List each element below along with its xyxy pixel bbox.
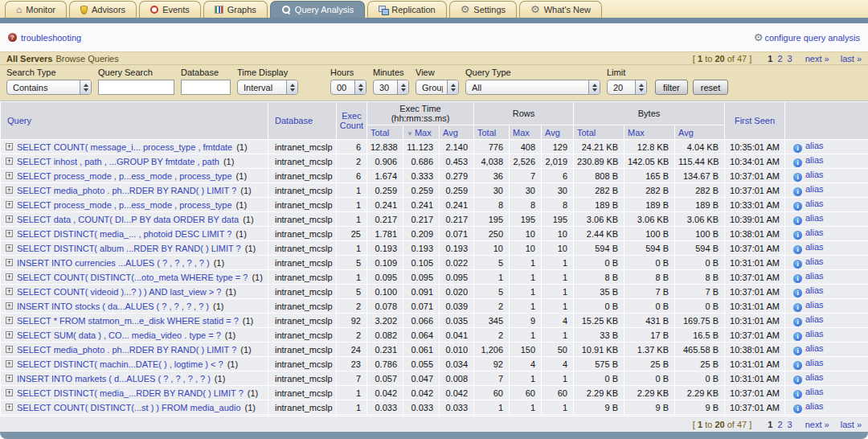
expand-icon[interactable]: + (6, 143, 13, 150)
alias-link[interactable]: alias (805, 285, 824, 295)
alias-link[interactable]: alias (805, 300, 824, 310)
expand-icon[interactable]: + (6, 404, 13, 411)
alias-link[interactable]: alias (805, 314, 824, 324)
expand-icon[interactable]: + (6, 331, 13, 338)
alias-link[interactable]: alias (805, 242, 824, 252)
page-link-2[interactable]: 2 (777, 54, 782, 64)
expand-icon[interactable]: + (6, 158, 13, 165)
alias-link[interactable]: alias (805, 329, 824, 338)
next-page-link[interactable]: next » (805, 54, 829, 64)
column-header-bytes-total[interactable]: Total (574, 125, 624, 140)
search-type-select[interactable]: Contains (6, 80, 92, 95)
expand-icon[interactable]: + (6, 302, 13, 310)
alias-link[interactable]: alias (805, 141, 824, 150)
hours-select[interactable]: 00 (330, 80, 366, 95)
expand-icon[interactable]: + (6, 215, 13, 223)
minutes-select[interactable]: 30 (373, 80, 409, 95)
page-link-2[interactable]: 2 (777, 420, 782, 429)
column-header-query[interactable]: Query (1, 102, 268, 140)
database-input[interactable] (181, 80, 231, 95)
tab-whats-new[interactable]: ⚙ What's New (519, 1, 602, 18)
column-header-bytes-avg[interactable]: Avg (675, 125, 725, 140)
column-header-rows-avg[interactable]: Avg (542, 125, 574, 140)
column-header-first-seen[interactable]: First Seen (725, 102, 785, 140)
alias-link[interactable]: alias (805, 199, 824, 208)
query-link[interactable]: INSERT INTO markets ( d...ALUES ( ? , ? … (17, 374, 211, 384)
query-link[interactable]: SELECT process_mode , p...ess_mode , pro… (17, 200, 232, 210)
query-link[interactable]: SELECT COUNT( message_i... process_type … (17, 142, 232, 152)
troubleshooting-link[interactable]: ? troubleshooting (8, 33, 81, 43)
alias-link[interactable]: alias (805, 401, 824, 411)
expand-icon[interactable]: + (6, 273, 13, 281)
tab-events[interactable]: Events (139, 1, 201, 18)
query-type-select[interactable]: All (465, 80, 600, 95)
view-select[interactable]: Group (416, 80, 459, 95)
expand-icon[interactable]: + (6, 360, 13, 367)
query-link[interactable]: SELECT DISTINCT( media_...RDER BY RAND( … (17, 388, 244, 398)
last-page-link[interactable]: last » (841, 420, 862, 429)
tab-advisors[interactable]: Advisors (69, 1, 137, 18)
expand-icon[interactable]: + (6, 230, 13, 237)
query-link[interactable]: SELECT media_photo . ph...RDER BY RAND( … (17, 186, 236, 195)
expand-icon[interactable]: + (6, 201, 13, 208)
filter-button[interactable]: filter (655, 80, 688, 95)
query-link[interactable]: SELECT inhost , path , ...GROUP BY fmtda… (17, 157, 219, 166)
query-link[interactable]: SELECT data , COUNT( DI...P BY data ORDE… (17, 215, 239, 224)
expand-icon[interactable]: + (6, 187, 13, 194)
expand-icon[interactable]: + (6, 346, 13, 353)
page-link-3[interactable]: 3 (788, 420, 792, 429)
time-display-select[interactable]: Interval (237, 80, 298, 95)
next-page-link[interactable]: next » (805, 420, 829, 429)
limit-select[interactable]: 20 (607, 80, 647, 95)
alias-link[interactable]: alias (805, 184, 824, 194)
tab-replication[interactable]: Replication (367, 1, 446, 18)
alias-link[interactable]: alias (805, 358, 824, 367)
query-link[interactable]: SELECT media_photo . ph...RDER BY RAND( … (17, 345, 236, 355)
alias-link[interactable]: alias (805, 213, 824, 223)
expand-icon[interactable]: + (6, 172, 13, 179)
alias-link[interactable]: alias (805, 170, 824, 179)
alias-link[interactable]: alias (805, 228, 824, 237)
expand-icon[interactable]: + (6, 375, 13, 382)
column-header-database[interactable]: Database (268, 102, 337, 140)
query-link[interactable]: SELECT * FROM statmon_m...e_disk WHERE s… (17, 316, 239, 326)
column-header-exec-avg[interactable]: Avg (440, 125, 474, 140)
query-link[interactable]: SELECT COUNT( videoid )...? ) ) AND last… (17, 287, 221, 297)
query-link[interactable]: SELECT DISTINCT( album ...RDER BY RAND( … (17, 244, 241, 253)
last-page-link[interactable]: last » (841, 54, 862, 64)
page-link-3[interactable]: 3 (788, 54, 792, 64)
expand-icon[interactable]: + (6, 288, 13, 295)
query-link[interactable]: SELECT SUM( data ) , CO... media_video .… (17, 330, 221, 340)
tab-query-analysis[interactable]: Query Analysis (270, 1, 365, 18)
alias-link[interactable]: alias (805, 372, 824, 382)
query-link[interactable]: SELECT COUNT( DISTINCT(...st ) ) FROM me… (17, 403, 241, 412)
query-link[interactable]: SELECT process_mode , p...ess_mode , pro… (17, 171, 232, 181)
column-header-rows-total[interactable]: Total (474, 125, 510, 140)
expand-icon[interactable]: + (6, 244, 13, 252)
expand-icon[interactable]: + (6, 259, 13, 266)
column-header-exec-total[interactable]: Total (367, 125, 403, 140)
alias-link[interactable]: alias (805, 271, 824, 281)
column-header-bytes-max[interactable]: Max (624, 125, 675, 140)
expand-icon[interactable]: + (6, 389, 13, 396)
alias-link[interactable]: alias (805, 343, 824, 353)
alias-link[interactable]: alias (805, 387, 824, 396)
query-link[interactable]: SELECT DISTINCT( machin...DATE( ) , logt… (17, 359, 223, 369)
alias-link[interactable]: alias (805, 155, 824, 165)
alias-link[interactable]: alias (805, 256, 824, 266)
tab-monitor[interactable]: ⌂ Monitor (5, 1, 67, 18)
tab-graphs[interactable]: Graphs (203, 1, 268, 18)
tab-settings[interactable]: ⚙ Settings (449, 1, 517, 18)
range-bracket: [ (693, 420, 695, 429)
query-link[interactable]: SELECT DISTINCT( media_... , photoid DES… (17, 229, 231, 239)
configure-query-analysis-link[interactable]: ⚙ configure query analysis (754, 33, 860, 43)
query-link[interactable]: INSERT INTO stocks ( da...ALUES ( ? , ? … (17, 302, 209, 311)
column-header-exec-max[interactable]: ▼Max (403, 125, 440, 140)
column-header-rows-max[interactable]: Max (510, 125, 542, 140)
reset-button[interactable]: reset (693, 80, 728, 95)
column-header-exec-count[interactable]: Exec Count (337, 102, 367, 140)
query-search-input[interactable] (98, 80, 174, 95)
query-link[interactable]: INSERT INTO currencies ...ALUES ( ? , ? … (17, 258, 210, 268)
query-link[interactable]: SELECT COUNT( DISTINCT(...oto_meta WHERE… (17, 273, 248, 282)
expand-icon[interactable]: + (6, 317, 13, 324)
